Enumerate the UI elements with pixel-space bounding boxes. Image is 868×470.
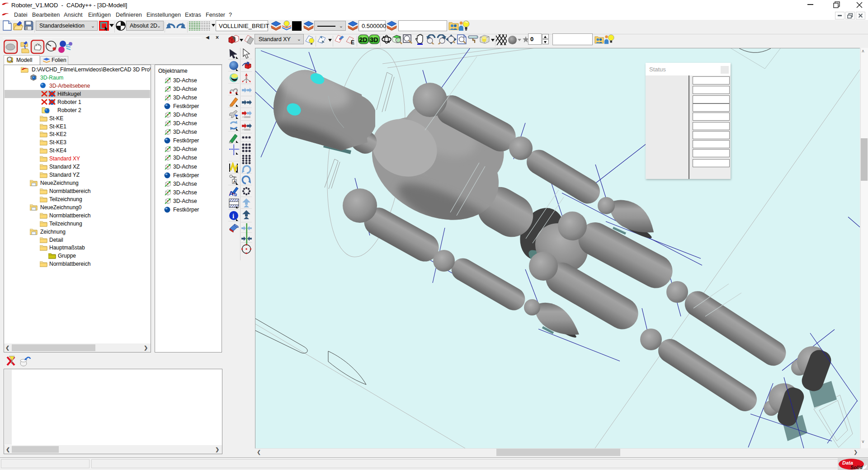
svg-text:i: i [232,212,234,220]
svg-text:Solid: Solid [850,465,863,470]
svg-text:3D: 3D [370,36,378,43]
svg-text:b: b [234,192,237,197]
svg-text:2D: 2D [359,36,368,43]
svg-text:A: A [229,189,234,197]
svg-text:E: E [351,39,354,45]
svg-text:A: A [233,179,236,184]
